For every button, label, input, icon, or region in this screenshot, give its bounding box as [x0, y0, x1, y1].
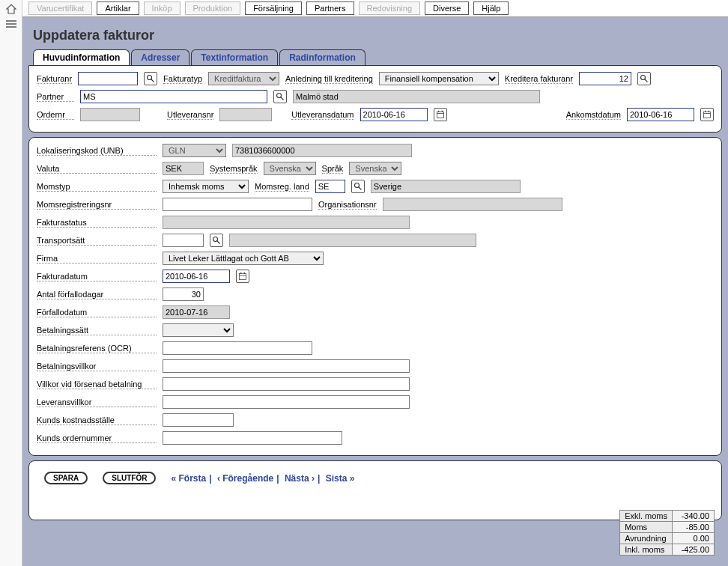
fakturastatus-input: [163, 216, 410, 229]
kunds-kostnadsstalle-input[interactable]: [163, 413, 234, 427]
fakturanr-input[interactable]: [78, 72, 138, 85]
nav-prev[interactable]: ‹ Föregående: [217, 473, 273, 484]
svg-line-6: [645, 79, 648, 82]
topnav-hjälp[interactable]: Hjälp: [473, 1, 509, 15]
kunds-ordernummer-input[interactable]: [163, 431, 342, 445]
anledning-select[interactable]: Finansiell kompensation: [379, 72, 499, 85]
totals-exkl-label: Exkl. moms: [620, 511, 673, 522]
partner-name-display: [293, 90, 540, 103]
villkor-forsenad-input[interactable]: [163, 377, 410, 391]
villkor-forsenad-label: Villkor vid försenad betalning: [37, 380, 157, 389]
svg-rect-21: [240, 273, 246, 279]
search-fakturanr-icon[interactable]: [144, 72, 157, 85]
betalningsreferens-input[interactable]: [163, 341, 312, 355]
fakturadatum-input[interactable]: [163, 270, 230, 283]
nav-first[interactable]: « Första: [171, 473, 206, 484]
svg-line-8: [281, 97, 284, 100]
calendar-utleverans-icon[interactable]: [434, 108, 447, 121]
totals-inkl-label: Inkl. moms: [620, 544, 673, 556]
svg-line-18: [359, 187, 362, 190]
search-kreditera-icon[interactable]: [637, 72, 651, 85]
topnav-varucertifikat: Varucertifikat: [28, 1, 92, 15]
transportsatt-name-display: [229, 234, 476, 247]
transportsatt-code-input[interactable]: [163, 234, 204, 247]
tab-adresser[interactable]: Adresser: [131, 49, 189, 65]
fakturadatum-label: Fakturadatum: [37, 272, 157, 282]
antal-forfallodagar-label: Antal förfallodagar: [37, 290, 157, 299]
nav-next[interactable]: Nästa ›: [285, 473, 315, 484]
svg-line-20: [217, 241, 220, 244]
momstyp-select[interactable]: Inhemsk moms: [163, 180, 249, 193]
search-partner-icon[interactable]: [273, 90, 287, 103]
kreditera-input[interactable]: [579, 72, 631, 85]
search-transportsatt-icon[interactable]: [210, 234, 223, 247]
header-panel: Fakturanr Fakturatyp Kreditfaktura Anled…: [28, 65, 722, 133]
totals-moms-label: Moms: [620, 522, 673, 533]
topnav-försäljning[interactable]: Försäljning: [245, 1, 302, 15]
slutfor-button[interactable]: SLUTFÖR: [103, 472, 156, 484]
firma-label: Firma: [37, 254, 157, 264]
valuta-label: Valuta: [37, 164, 157, 174]
svg-point-5: [640, 76, 645, 80]
nav-last[interactable]: Sista »: [326, 473, 355, 484]
partner-code-input[interactable]: [80, 90, 267, 103]
search-momsregland-icon[interactable]: [351, 180, 365, 193]
forfallodatum-label: Förfallodatum: [37, 308, 157, 317]
kunds-ordernummer-label: Kunds ordernummer: [37, 433, 157, 443]
systemsprak-label: Systemspråk: [210, 164, 258, 174]
betalningsreferens-label: Betalningsreferens (OCR): [37, 344, 157, 353]
sprak-label: Språk: [322, 164, 344, 174]
momsregistreringsnr-label: Momsregistreringsnr: [37, 200, 157, 210]
topnav-artiklar[interactable]: Artiklar: [97, 1, 139, 15]
momsregistreringsnr-input[interactable]: [163, 198, 312, 211]
svg-point-19: [213, 237, 218, 242]
tab-radinformation[interactable]: Radinformation: [279, 49, 365, 65]
betalningsvillkor-label: Betalningsvillkor: [37, 362, 157, 371]
utleveransnr-label: Utleveransnr: [167, 110, 213, 120]
valuta-input: [163, 162, 204, 175]
ordernr-label: Ordernr: [37, 110, 74, 120]
svg-rect-9: [437, 112, 443, 118]
calendar-ankomst-icon[interactable]: [700, 108, 714, 121]
topnav-partners[interactable]: Partners: [306, 1, 354, 15]
firma-select[interactable]: Livet Leker Lättlagat och Gott AB: [163, 252, 324, 265]
systemsprak-select: Svenska: [264, 162, 316, 175]
kreditera-label: Kreditera fakturanr: [505, 74, 573, 84]
calendar-fakturadatum-icon[interactable]: [236, 270, 249, 283]
lokaliseringskod-type-select: GLN: [163, 144, 226, 157]
forfallodatum-input: [163, 305, 230, 319]
utleveransnr-input: [219, 108, 272, 121]
tab-huvudinformation[interactable]: Huvudinformation: [33, 49, 130, 65]
totals-moms-value: -85.00: [673, 522, 715, 533]
home-icon[interactable]: [5, 3, 17, 16]
momsregland-code-input[interactable]: [315, 180, 345, 193]
utleveransdatum-label: Utleveransdatum: [291, 110, 354, 120]
sidebar: [0, 0, 22, 566]
topnav-redovisning: Redovisning: [359, 1, 421, 15]
ordernr-input: [80, 108, 140, 121]
svg-point-17: [354, 183, 359, 188]
momstyp-label: Momstyp: [37, 182, 157, 192]
antal-forfallodagar-input[interactable]: [163, 287, 204, 301]
svg-line-4: [151, 79, 154, 82]
betalningssatt-label: Betalningssätt: [37, 326, 157, 335]
anledning-label: Anledning till kreditering: [285, 74, 373, 84]
body-panel: Lokaliseringskod (UNB) GLN Valuta System…: [28, 137, 722, 456]
betalningsvillkor-input[interactable]: [163, 359, 410, 373]
page-title: Uppdatera fakturor: [22, 17, 728, 49]
momsregland-name-display: [371, 180, 521, 193]
menu-icon[interactable]: [5, 19, 17, 30]
spara-button[interactable]: SPARA: [44, 472, 88, 484]
leveransvillkor-input[interactable]: [163, 395, 410, 409]
fakturatyp-label: Fakturatyp: [163, 74, 202, 84]
transportsatt-label: Transportsätt: [37, 236, 157, 246]
ankomstdatum-input[interactable]: [627, 108, 694, 121]
topnav-diverse[interactable]: Diverse: [425, 1, 469, 15]
top-nav: VarucertifikatArtiklarInköpProduktionFör…: [22, 0, 728, 17]
svg-point-7: [277, 94, 282, 98]
betalningssatt-select[interactable]: [163, 323, 234, 337]
fakturatyp-select: Kreditfaktura: [208, 72, 279, 85]
svg-rect-13: [704, 112, 711, 118]
tab-textinformation[interactable]: Textinformation: [191, 49, 278, 65]
utleveransdatum-input[interactable]: [360, 108, 428, 121]
